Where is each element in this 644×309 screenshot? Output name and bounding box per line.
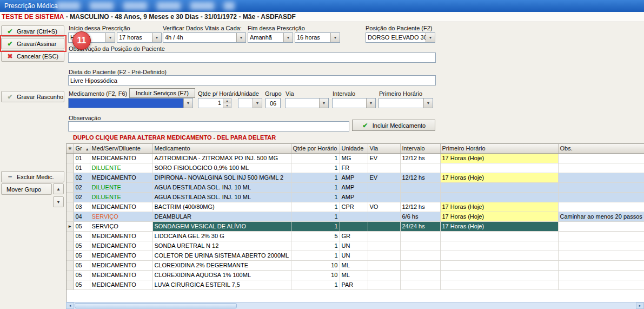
- cell-ph: [440, 182, 558, 192]
- cell-obs: [558, 153, 644, 163]
- scrollbar-thumb[interactable]: [75, 303, 237, 308]
- grid-row[interactable]: 05MEDICAMENTOLIDOCAINA GEL 2% 30 G5GR: [67, 231, 644, 241]
- medication-combo[interactable]: ▼: [68, 98, 193, 108]
- patient-position-combo[interactable]: DORSO ELEVADO 30 G ▼: [366, 32, 435, 43]
- column-header-int[interactable]: Intervalo: [400, 144, 440, 153]
- include-services-button[interactable]: Incluir Serviços (F7): [129, 88, 195, 98]
- cell-un: AMP: [340, 182, 368, 192]
- column-header-un[interactable]: Unidade: [340, 144, 368, 153]
- grid-row[interactable]: ►05SERVIÇOSONDAGEM VESICAL DE ALÍVIO124/…: [67, 221, 644, 231]
- grid-row[interactable]: 04SERVIÇODEAMBULAR16/6 hs17 Horas (Hoje)…: [67, 212, 644, 221]
- grid-row[interactable]: 02DILUENTEAGUA DESTILADA SOL. INJ. 10 ML…: [67, 182, 644, 192]
- chevron-down-icon[interactable]: ▼: [283, 33, 293, 42]
- start-time-value: 17 horas: [117, 33, 152, 42]
- end-time-combo[interactable]: 16 horas ▼: [295, 32, 340, 43]
- grid-row[interactable]: 05MEDICAMENTOSONDA URETRAL N 121UN: [67, 241, 644, 251]
- route-value: [286, 98, 319, 108]
- grid-row[interactable]: 05MEDICAMENTOLUVA CIRURGICA ESTERIL 7,51…: [67, 280, 644, 290]
- cell-un: AMP: [340, 173, 368, 182]
- cell-obs: [558, 173, 644, 182]
- chevron-down-icon[interactable]: ▼: [152, 33, 161, 42]
- start-label: Início dessa Prescrição: [69, 25, 130, 31]
- cell-med: SONDAGEM VESICAL DE ALÍVIO: [152, 221, 291, 231]
- chevron-down-icon[interactable]: ▼: [253, 98, 262, 108]
- column-header-qtde[interactable]: Qtde por Horário: [291, 144, 340, 153]
- observation-label: Observação: [69, 115, 101, 121]
- row-indicator: [67, 192, 74, 202]
- column-header-obs[interactable]: Obs.: [558, 144, 644, 153]
- spin-up-button[interactable]: ▲: [223, 98, 231, 103]
- vitals-combo[interactable]: 4h / 4h ▼: [163, 32, 246, 43]
- save-button[interactable]: ✔ Gravar (Ctrl+S): [1, 25, 64, 37]
- scrollbar-track[interactable]: [74, 303, 636, 309]
- position-observation-input[interactable]: [68, 52, 436, 63]
- medication-label: Medicamento (F2, F6): [69, 90, 127, 97]
- cell-obs: Caminhar ao menos 20 passos: [558, 212, 644, 221]
- column-header-tipo[interactable]: Med/Serv/Diluente: [90, 144, 152, 153]
- spin-down-button[interactable]: ▼: [223, 103, 231, 108]
- chevron-down-icon[interactable]: ▼: [423, 98, 433, 108]
- cell-med: SONDA URETRAL N 12: [152, 241, 291, 251]
- column-header-via[interactable]: Via: [368, 144, 400, 153]
- cell-qtde: 1: [291, 280, 340, 290]
- scroll-right-button[interactable]: ►: [636, 303, 644, 309]
- save-draft-button[interactable]: ✔ Gravar Rascunho: [1, 91, 64, 102]
- move-group-button[interactable]: Mover Grupo: [1, 183, 52, 195]
- save-sign-button-label: Gravar/Assinar: [17, 41, 56, 47]
- chevron-down-icon[interactable]: ▼: [426, 33, 435, 42]
- cell-med: DIPIRONA - NOVALGINA SOL INJ 500 MG/ML 2: [152, 173, 291, 182]
- column-header-med[interactable]: Medicamento: [152, 144, 291, 153]
- cancel-button[interactable]: ✖ Cancelar (ESC): [1, 50, 64, 62]
- cell-tipo: MEDICAMENTO: [90, 280, 152, 290]
- cell-tipo: MEDICAMENTO: [90, 231, 152, 241]
- start-time-combo[interactable]: 17 horas ▼: [117, 32, 162, 43]
- row-indicator: [67, 251, 74, 260]
- chevron-down-icon[interactable]: ▼: [319, 98, 328, 108]
- cell-ph: [440, 260, 558, 270]
- chevron-down-icon[interactable]: ▼: [183, 98, 192, 108]
- qty-spinner[interactable]: 1 ▲ ▼: [198, 98, 231, 108]
- delete-med-button[interactable]: − Excluir Medic.: [1, 171, 64, 182]
- cell-gr: 05: [74, 231, 90, 241]
- include-medication-button-label: Incluir Medicamento: [373, 122, 426, 129]
- horizontal-scrollbar[interactable]: ◄ ►: [66, 302, 644, 309]
- cell-ph: [440, 231, 558, 241]
- grid-row[interactable]: 01DILUENTESORO FISIOLOGICO 0,9% 100 ML1F…: [67, 163, 644, 173]
- grid-row[interactable]: 02MEDICAMENTODIPIRONA - NOVALGINA SOL IN…: [67, 173, 644, 182]
- move-group-up-button[interactable]: ▲: [53, 183, 64, 194]
- column-header-ph[interactable]: Primeiro Horário: [440, 144, 558, 153]
- move-group-down-button[interactable]: ▼: [53, 196, 64, 207]
- end-day-combo[interactable]: Amanhã ▼: [248, 32, 293, 43]
- observation-input[interactable]: [68, 121, 349, 132]
- scroll-left-button[interactable]: ◄: [66, 303, 74, 309]
- grid-row[interactable]: 02DILUENTEAGUA DESTILADA SOL. INJ. 10 ML…: [67, 192, 644, 202]
- cell-obs: [558, 280, 644, 290]
- grid-row[interactable]: 05MEDICAMENTOCLOREXIDINA AQUOSA 1% 100ML…: [67, 270, 644, 280]
- cell-qtde: 1: [291, 202, 340, 212]
- include-medication-button[interactable]: ✔ Incluir Medicamento: [352, 120, 435, 131]
- spin-buttons: ▲ ▼: [223, 98, 231, 108]
- chevron-down-icon[interactable]: ▼: [105, 33, 115, 42]
- group-input[interactable]: [265, 98, 281, 108]
- cell-qtde: 1: [291, 192, 340, 202]
- save-sign-button[interactable]: ✔ Gravar/Assinar: [1, 38, 64, 49]
- grid-row[interactable]: 05MEDICAMENTOCOLETOR DE URINA SISTEMA AB…: [67, 251, 644, 260]
- interval-combo[interactable]: ▼: [332, 98, 376, 108]
- cell-via: [368, 231, 400, 241]
- column-header-gr[interactable]: Gr▲: [74, 144, 90, 153]
- first-time-combo[interactable]: ▼: [379, 98, 433, 108]
- diet-input[interactable]: [68, 75, 436, 86]
- cell-ph: [440, 270, 558, 280]
- grid-row[interactable]: 01MEDICAMENTOAZITROMICINA - ZITROMAX PO …: [67, 153, 644, 163]
- start-day-combo[interactable]: Hoje ▼: [68, 32, 115, 43]
- chevron-down-icon[interactable]: ▼: [330, 33, 340, 42]
- cell-med: AZITROMICINA - ZITROMAX PO INJ. 500 MG: [152, 153, 291, 163]
- chevron-down-icon[interactable]: ▼: [236, 33, 245, 42]
- grid-row[interactable]: 03MEDICAMENTOBACTRIM (400/80MG)1CPRVO12/…: [67, 202, 644, 212]
- cell-un: AMP: [340, 192, 368, 202]
- chevron-down-icon[interactable]: ▼: [366, 98, 375, 108]
- grid-row[interactable]: 05MEDICAMENTOCLOREXIDINA 2% DEGERMANTE10…: [67, 260, 644, 270]
- first-time-value: [379, 98, 423, 108]
- route-combo[interactable]: ▼: [285, 98, 329, 108]
- unit-combo[interactable]: ▼: [238, 98, 262, 108]
